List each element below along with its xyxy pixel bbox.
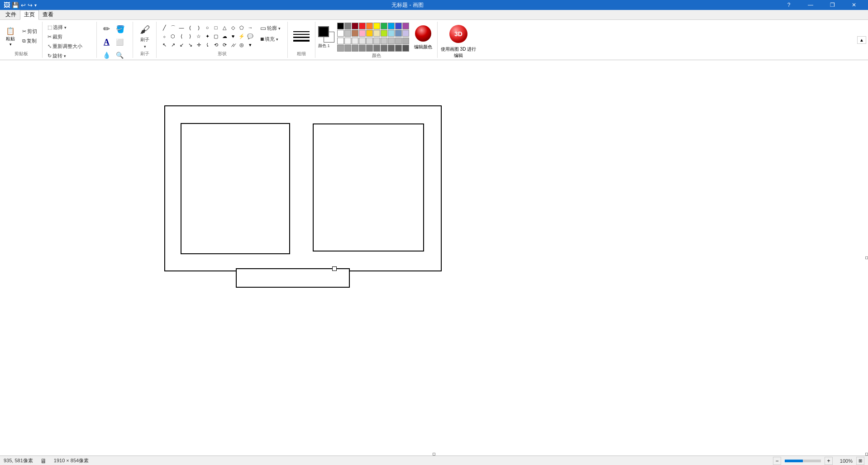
brush-dropdown[interactable] (143, 44, 146, 49)
menu-file[interactable]: 文件 (2, 10, 20, 20)
select-button[interactable]: ⬚ 选择 (45, 23, 69, 32)
color1-swatch[interactable] (318, 26, 329, 37)
color-periwinkle[interactable] (395, 30, 402, 37)
brush-button[interactable]: 🖌 刷子 (138, 24, 152, 48)
shape-rotate-cw[interactable]: ⟳ (220, 41, 229, 49)
eraser-button[interactable]: ⬜ (114, 36, 126, 48)
save-button[interactable]: 💾 (12, 2, 19, 9)
shape-rounded-rect[interactable]: ▢ (212, 32, 220, 40)
restore-button[interactable]: ❒ (822, 0, 843, 10)
shape-arrow-4way[interactable]: ✛ (195, 41, 203, 49)
shape-line[interactable]: ╱ (160, 24, 168, 32)
color-gray[interactable] (344, 23, 351, 29)
shape-pentagon[interactable]: ⬠ (238, 24, 246, 32)
shape-donut[interactable]: ◎ (238, 41, 246, 49)
gray-6[interactable] (373, 38, 380, 44)
gray-10[interactable] (402, 38, 409, 44)
shape-star5[interactable]: ☆ (195, 32, 203, 40)
help-button[interactable]: ? (778, 0, 799, 10)
color-red[interactable] (359, 23, 366, 29)
shape-kite[interactable]: ⬦ (160, 32, 168, 40)
shape-ellipse[interactable]: ○ (203, 24, 211, 32)
thickness-3[interactable] (293, 37, 310, 38)
copy-button[interactable]: ⧉ 复制 (20, 37, 39, 46)
gray-11[interactable] (337, 45, 344, 52)
close-button[interactable]: ✕ (844, 0, 864, 10)
shape-callout[interactable]: 💬 (246, 32, 254, 40)
text-button[interactable]: A (100, 36, 113, 48)
color-green[interactable] (381, 23, 387, 29)
color-lightgray[interactable] (344, 30, 351, 37)
thickness-2[interactable] (293, 34, 310, 35)
shape-cylinder[interactable]: ⌭ (229, 41, 237, 49)
gray-19[interactable] (395, 45, 402, 52)
gray-15[interactable] (366, 45, 373, 52)
gray-4[interactable] (359, 38, 366, 44)
color-black[interactable] (337, 23, 344, 29)
minimize-button[interactable]: — (800, 0, 821, 10)
color-pink[interactable] (359, 30, 366, 37)
color-brown[interactable] (352, 30, 358, 37)
color-cream[interactable] (373, 30, 380, 37)
gray-8[interactable] (388, 38, 395, 44)
thickness-1[interactable] (293, 31, 310, 32)
shape-arc2[interactable]: ) (195, 24, 203, 32)
canvas-white[interactable] (0, 60, 868, 456)
crop-button[interactable]: ✂ 裁剪 (45, 32, 65, 41)
zoom-fit-button[interactable]: ⊞ (856, 457, 864, 465)
edit-colors-button[interactable] (413, 24, 434, 43)
canvas-resize-handle-right[interactable] (865, 256, 868, 259)
gray-20[interactable] (402, 45, 409, 52)
shape-arrow-right[interactable]: → (246, 24, 254, 32)
paste-dropdown[interactable] (9, 42, 12, 47)
pencil-button[interactable] (100, 23, 113, 35)
drawing-canvas[interactable] (0, 60, 868, 456)
gray-17[interactable] (381, 45, 387, 52)
outline-dropdown[interactable] (278, 25, 281, 31)
shapes-more[interactable]: ▾ (246, 41, 254, 49)
canvas-resize-handle-corner[interactable] (865, 453, 868, 456)
fill-dropdown[interactable] (276, 36, 278, 42)
color-lavender[interactable] (402, 30, 409, 37)
shape-arrow-ul[interactable]: ↖ (160, 41, 168, 49)
picker-button[interactable]: 💧 (100, 49, 113, 62)
shape-curve[interactable]: ⌒ (169, 24, 177, 32)
zoom-in-button[interactable]: + (825, 457, 833, 465)
color-yellow[interactable] (373, 23, 380, 29)
undo-button[interactable]: ↩ (21, 2, 26, 9)
gray-16[interactable] (373, 45, 380, 52)
shape-arrow-curve[interactable]: ⤹ (203, 41, 211, 49)
color-lime[interactable] (381, 30, 387, 37)
shape-rotate-ccw[interactable]: ⟲ (212, 41, 220, 49)
shape-hex[interactable]: ⬡ (169, 32, 177, 40)
gray-7[interactable] (381, 38, 387, 44)
fill-shape-button[interactable]: ■ 填充 (258, 34, 283, 43)
shape-triangle[interactable]: △ (220, 24, 229, 32)
color-darkred[interactable] (352, 23, 358, 29)
shape-arc1[interactable]: ( (186, 24, 194, 32)
zoom-button[interactable]: 🔍 (114, 49, 126, 62)
shape-star4[interactable]: ✦ (203, 32, 211, 40)
shape-chevron-l[interactable]: ⟨ (177, 32, 186, 40)
gray-1[interactable] (337, 38, 344, 44)
gray-14[interactable] (359, 45, 366, 52)
color-orange[interactable] (366, 23, 373, 29)
shape-diamond[interactable]: ◇ (229, 24, 237, 32)
thickness-dropdown-btn[interactable] (291, 28, 312, 44)
zoom-slider[interactable] (785, 460, 821, 462)
gray-5[interactable] (366, 38, 373, 44)
canvas-area[interactable] (0, 60, 868, 456)
zoom-out-button[interactable]: − (773, 457, 781, 465)
thickness-4[interactable] (293, 40, 310, 42)
shape-chevron-r[interactable]: ⟩ (186, 32, 194, 40)
gray-2[interactable] (344, 38, 351, 44)
color-purple[interactable] (402, 23, 409, 29)
select-dropdown[interactable] (64, 24, 67, 30)
shape-hline[interactable]: — (177, 24, 186, 32)
shape-heart[interactable]: ♥ (229, 32, 237, 40)
shape-arrow-ur[interactable]: ↗ (169, 41, 177, 49)
fill-button[interactable] (114, 23, 127, 35)
gray-12[interactable] (344, 45, 351, 52)
menu-view[interactable]: 查看 (39, 10, 57, 20)
ribbon-collapse-button[interactable]: ▲ (857, 36, 866, 44)
